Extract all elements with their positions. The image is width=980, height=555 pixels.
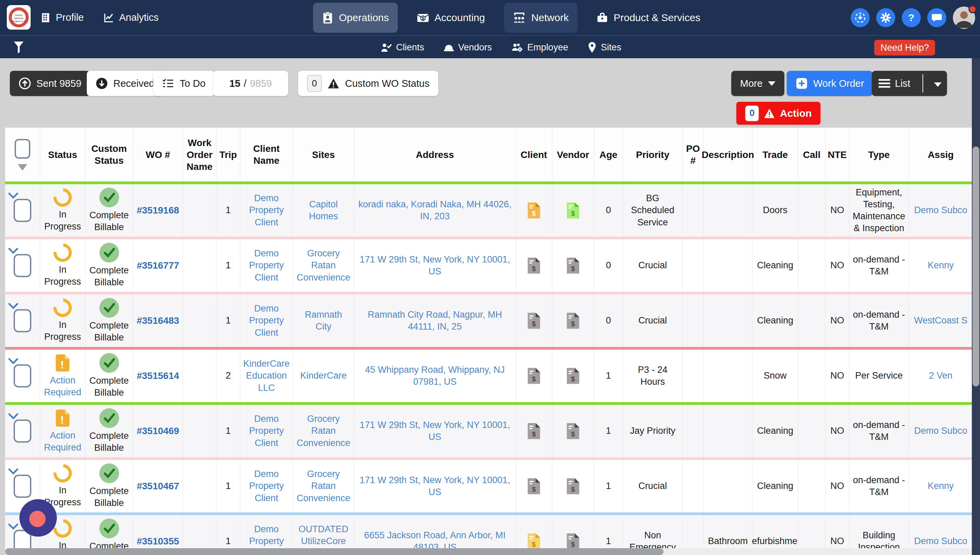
- cell-assigned[interactable]: Kenny: [909, 460, 972, 512]
- cell-wo[interactable]: #3510467: [133, 460, 183, 512]
- settings-button[interactable]: [876, 8, 895, 27]
- column-header-status[interactable]: Status: [40, 128, 85, 181]
- row-checkbox[interactable]: [14, 309, 31, 332]
- cell-assigned[interactable]: 2 Ven: [909, 350, 972, 402]
- invoice-gray-icon[interactable]: $: [566, 312, 580, 330]
- row-expand-chevron-icon[interactable]: [8, 192, 19, 199]
- cell-wo[interactable]: #3516483: [133, 295, 183, 347]
- tab-network[interactable]: Network: [504, 3, 577, 33]
- row-expand-chevron-icon[interactable]: [8, 523, 19, 530]
- cell-wo[interactable]: #3515614: [133, 350, 183, 402]
- invoice-gray-icon[interactable]: $: [527, 312, 541, 330]
- column-header-address[interactable]: Address: [354, 128, 516, 181]
- row-expand-chevron-icon[interactable]: [8, 247, 19, 254]
- cell-address[interactable]: koradi naka, Koradi Naka, MH 44026, IN, …: [354, 184, 516, 237]
- address-link[interactable]: 171 W 29th St, New York, NY 10001, US: [358, 474, 512, 498]
- site-link[interactable]: Grocery Ratan Convenience: [296, 468, 350, 504]
- cell-site[interactable]: KinderCare: [293, 350, 354, 402]
- work-order-link[interactable]: #3510469: [137, 425, 179, 437]
- custom-wo-status-button[interactable]: 0 Custom WO Status: [298, 71, 438, 96]
- row-checkbox[interactable]: [14, 364, 31, 388]
- client-name-link[interactable]: Demo Property Client: [244, 192, 289, 228]
- column-header-trip[interactable]: Trip: [216, 128, 240, 181]
- cell-site[interactable]: Ramnath City: [293, 295, 354, 347]
- cell-address[interactable]: 6655 Jackson Road, Ann Arbor, MI 48103, …: [354, 515, 516, 548]
- select-all-checkbox[interactable]: [14, 139, 30, 159]
- address-link[interactable]: 6655 Jackson Road, Ann Arbor, MI 48103, …: [358, 529, 512, 548]
- cell-site[interactable]: Grocery Ratan Convenience: [293, 239, 354, 292]
- column-header-site[interactable]: Sites: [293, 128, 354, 181]
- received-filter-button[interactable]: Received: [87, 71, 163, 96]
- address-link[interactable]: 45 Whippany Road, Whippany, NJ 07981, US: [358, 364, 512, 388]
- list-view-dropdown-button[interactable]: [929, 78, 947, 89]
- cell-site[interactable]: Grocery Ratan Convenience: [293, 460, 354, 512]
- cell-address[interactable]: 171 W 29th St, New York, NY 10001, US: [354, 239, 516, 292]
- assigned-link[interactable]: WestCoast S: [914, 314, 967, 327]
- client-name-link[interactable]: KinderCare Education LLC: [243, 358, 290, 394]
- invoice-gray-icon[interactable]: $: [527, 422, 541, 440]
- tab-accounting[interactable]: $ Accounting: [408, 3, 494, 33]
- cell-assigned[interactable]: Demo Subco: [909, 184, 972, 237]
- row-expand-chevron-icon[interactable]: [8, 413, 19, 420]
- work-order-link[interactable]: #3510355: [137, 535, 179, 547]
- cell-address[interactable]: 171 W 29th St, New York, NY 10001, US: [354, 460, 516, 512]
- filter-button[interactable]: [13, 40, 24, 56]
- vertical-scrollbar-thumb[interactable]: [972, 146, 979, 387]
- cell-address[interactable]: Ramnath City Road, Nagpur, MH 44111, IN,…: [354, 295, 516, 347]
- invoice-green-icon[interactable]: $: [566, 202, 580, 219]
- subnav-item-employee[interactable]: Employee: [511, 42, 568, 53]
- cell-assigned[interactable]: Demo Subco: [909, 515, 972, 548]
- cell-site[interactable]: OUTDATED UtilizeCore HQ: [293, 515, 354, 548]
- work-order-link[interactable]: #3516777: [137, 260, 179, 272]
- chat-button[interactable]: [927, 8, 946, 27]
- assigned-link[interactable]: Kenny: [927, 480, 954, 492]
- floating-widget-button[interactable]: [19, 499, 57, 537]
- invoice-orange-icon[interactable]: $: [527, 202, 541, 219]
- invoice-gray-icon[interactable]: $: [527, 367, 541, 385]
- column-header-age[interactable]: Age: [594, 128, 623, 181]
- work-order-link[interactable]: #3515614: [137, 370, 179, 382]
- column-header-wo_name[interactable]: Work Order Name: [183, 128, 216, 181]
- row-expand-chevron-icon[interactable]: [8, 303, 19, 310]
- cell-client_name[interactable]: Demo Property Client: [240, 405, 293, 457]
- cell-assigned[interactable]: WestCoast S: [909, 295, 972, 347]
- invoice-gray-icon[interactable]: $: [527, 257, 541, 274]
- subnav-item-clients[interactable]: Clients: [380, 42, 424, 53]
- work-order-link[interactable]: #3510467: [137, 480, 179, 492]
- row-checkbox[interactable]: [14, 419, 31, 443]
- cell-wo[interactable]: #3516777: [133, 239, 183, 292]
- cell-site[interactable]: Grocery Ratan Convenience: [293, 405, 354, 457]
- cell-assigned[interactable]: Kenny: [909, 239, 972, 292]
- cell-client_name[interactable]: Demo Property Client: [240, 239, 293, 292]
- assigned-link[interactable]: Demo Subco: [914, 204, 967, 216]
- assigned-link[interactable]: Demo Subco: [914, 425, 967, 437]
- sent-filter-button[interactable]: Sent 9859: [10, 71, 90, 96]
- column-header-nte[interactable]: NTE: [825, 128, 849, 181]
- column-header-type[interactable]: Type: [849, 128, 909, 181]
- column-header-priority[interactable]: Priority: [623, 128, 683, 181]
- client-name-link[interactable]: Demo Property Client: [244, 413, 289, 449]
- work-order-link[interactable]: #3516483: [137, 314, 179, 327]
- more-button[interactable]: More: [731, 71, 784, 96]
- cell-address[interactable]: 45 Whippany Road, Whippany, NJ 07981, US: [354, 350, 516, 402]
- help-button[interactable]: ?: [902, 8, 921, 27]
- column-header-client[interactable]: Client: [516, 128, 552, 181]
- cell-client_name[interactable]: Demo Property Client: [240, 184, 293, 237]
- row-checkbox[interactable]: [14, 199, 31, 222]
- address-link[interactable]: 171 W 29th St, New York, NY 10001, US: [358, 253, 512, 278]
- column-header-wo[interactable]: WO #: [133, 128, 183, 181]
- row-expand-chevron-icon[interactable]: [8, 358, 19, 365]
- site-link[interactable]: Grocery Ratan Convenience: [296, 413, 350, 449]
- invoice-gray-icon[interactable]: $: [527, 477, 541, 495]
- work-order-link[interactable]: #3519168: [137, 204, 179, 217]
- invoice-gray-icon[interactable]: $: [566, 367, 580, 385]
- company-logo[interactable]: Demo Service Broker LLC: [7, 5, 30, 30]
- tab-operations[interactable]: Operations: [313, 3, 398, 33]
- client-name-link[interactable]: Demo Property Client: [244, 303, 289, 338]
- column-header-trade[interactable]: Trade: [752, 128, 798, 181]
- invoice-gray-icon[interactable]: $: [566, 477, 580, 495]
- subnav-item-sites[interactable]: Sites: [587, 42, 621, 53]
- cell-wo[interactable]: #3510469: [133, 405, 183, 457]
- need-help-button[interactable]: Need Help?: [874, 40, 935, 56]
- site-link[interactable]: OUTDATED UtilizeCore HQ: [296, 523, 350, 548]
